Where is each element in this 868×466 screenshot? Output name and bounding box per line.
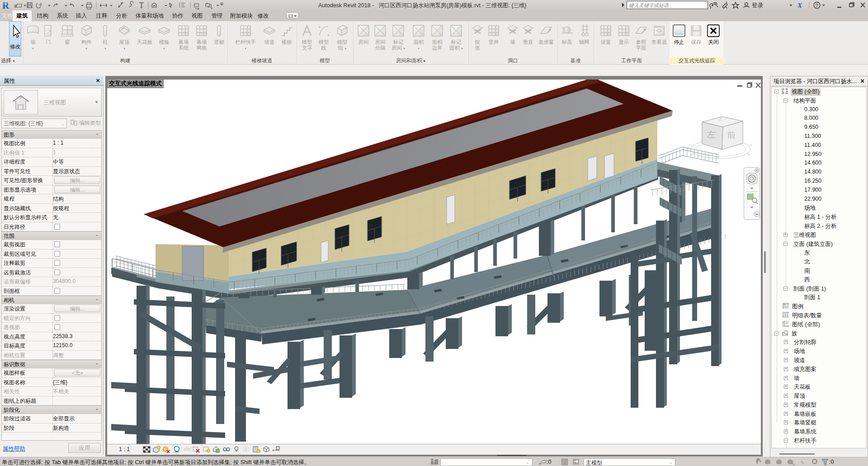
svg-text:前: 前 (727, 130, 736, 140)
svg-text:上: 上 (718, 116, 723, 121)
svg-text:?: ? (816, 3, 818, 8)
svg-text:左: 左 (707, 130, 716, 139)
svg-text:X: X (797, 2, 802, 9)
svg-text::0: :0 (829, 459, 834, 465)
svg-text:R: R (2, 0, 9, 10)
svg-text:登录: 登录 (752, 2, 764, 9)
